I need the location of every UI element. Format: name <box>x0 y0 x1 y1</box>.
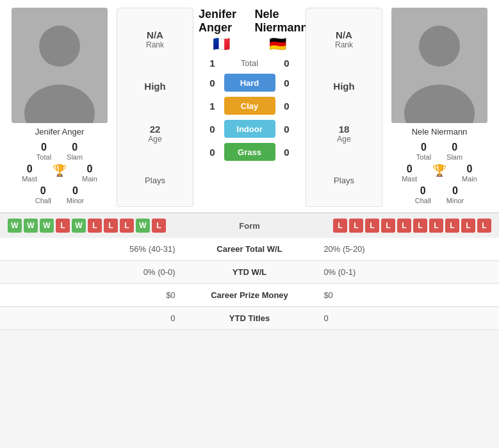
form-badge-l: L <box>413 219 427 233</box>
player1-info-panel: N/A Rank High 22 Age Plays <box>117 8 193 207</box>
player2-mast: 0 Mast <box>402 163 417 183</box>
player1-main: 0 Main <box>82 163 97 183</box>
total-score-row: 1 Total 0 <box>206 58 293 69</box>
top-section: Jenifer Anger 0 Total 0 Slam 0 Mast <box>0 0 499 213</box>
form-badge-l: L <box>429 219 443 233</box>
form-badge-w: W <box>136 219 150 233</box>
stat-p1-value: 56% (40-31) <box>0 238 186 261</box>
player1-rank-block: N/A Rank <box>146 29 164 49</box>
stats-row-1: 0% (0-0) YTD W/L 0% (0-1) <box>0 261 499 284</box>
player2-card: Nele Niermann 0 Total 0 Slam 0 Mast <box>385 8 494 207</box>
p1-name-center: Jenifer Anger 🇫🇷 <box>199 8 245 53</box>
form-badge-l: L <box>333 219 347 233</box>
stat-label: YTD Titles <box>186 307 314 330</box>
player2-info-panel: N/A Rank High 18 Age Plays <box>306 8 382 207</box>
form-badge-l: L <box>152 219 166 233</box>
player1-mast: 0 Mast <box>22 163 37 183</box>
player1-plays: Plays <box>145 175 165 185</box>
player1-form-badges: WWWLWLLLWL <box>8 219 166 233</box>
player2-name-label: Nele Niermann <box>412 127 468 137</box>
player2-rank-block: N/A Rank <box>335 29 353 49</box>
player2-minor: 0 Minor <box>446 185 464 204</box>
player2-trophy: 🏆 <box>432 163 446 183</box>
stat-label: YTD W/L <box>186 261 314 284</box>
hard-badge: Hard <box>224 74 275 92</box>
player1-card: Jenifer Anger 0 Total 0 Slam 0 Mast <box>5 8 114 207</box>
form-badge-l: L <box>120 219 134 233</box>
stat-p2-value: $0 <box>313 284 499 307</box>
stat-p1-value: 0 <box>0 307 186 330</box>
form-badge-w: W <box>24 219 38 233</box>
form-badge-l: L <box>56 219 70 233</box>
form-badge-l: L <box>88 219 102 233</box>
player2-stats: 0 Total 0 Slam 0 Mast 🏆 <box>385 142 494 207</box>
player1-total: 0 Total <box>37 142 51 161</box>
player1-stats: 0 Total 0 Slam 0 Mast 🏆 <box>5 142 114 207</box>
stat-p2-value: 0% (0-1) <box>313 261 499 284</box>
player1-name-label: Jenifer Anger <box>35 127 85 137</box>
indoor-row: 0 Indoor 0 <box>199 120 300 138</box>
form-badge-w: W <box>40 219 54 233</box>
player1-stat-row2: 0 Mast 🏆 0 Main <box>5 163 114 183</box>
form-badge-l: L <box>349 219 363 233</box>
form-badge-l: L <box>365 219 379 233</box>
stats-table: 56% (40-31) Career Total W/L 20% (5-20) … <box>0 238 499 330</box>
svg-point-4 <box>419 26 460 67</box>
player2-avatar <box>391 8 487 123</box>
form-badge-w: W <box>72 219 86 233</box>
player2-main: 0 Main <box>462 163 477 183</box>
player2-slam: 0 Slam <box>446 142 462 161</box>
surface-score-rows: 0 Hard 0 1 Clay 0 0 Indoor 0 0 Grass <box>199 74 300 161</box>
form-badge-l: L <box>104 219 118 233</box>
clay-row: 1 Clay 0 <box>199 97 300 115</box>
stat-label: Career Prize Money <box>186 284 314 307</box>
stat-p2-value: 0 <box>313 307 499 330</box>
stats-row-0: 56% (40-31) Career Total W/L 20% (5-20) <box>0 238 499 261</box>
player1-minor: 0 Minor <box>67 185 85 204</box>
player1-avatar <box>12 8 108 123</box>
svg-point-1 <box>39 26 80 67</box>
player1-high: High <box>144 81 165 92</box>
player1-chall: 0 Chall <box>35 185 51 204</box>
stats-row-3: 0 YTD Titles 0 <box>0 307 499 330</box>
score-panel: Jenifer Anger 🇫🇷 Nele Niermann 🇩🇪 1 Tota… <box>196 8 303 207</box>
player2-chall: 0 Chall <box>415 185 431 204</box>
player-names-row: Jenifer Anger 🇫🇷 Nele Niermann 🇩🇪 <box>199 8 300 53</box>
clay-badge: Clay <box>224 97 275 115</box>
hard-row: 0 Hard 0 <box>199 74 300 92</box>
main-container: Jenifer Anger 0 Total 0 Slam 0 Mast <box>0 0 499 330</box>
form-badge-w: W <box>8 219 22 233</box>
player1-slam: 0 Slam <box>67 142 83 161</box>
form-badge-l: L <box>461 219 475 233</box>
player1-stat-row3: 0 Chall 0 Minor <box>5 185 114 204</box>
player2-stat-row3: 0 Chall 0 Minor <box>385 185 494 204</box>
player2-stat-row2: 0 Mast 🏆 0 Main <box>385 163 494 183</box>
indoor-badge: Indoor <box>224 120 275 138</box>
player2-plays: Plays <box>334 175 354 185</box>
stat-label: Career Total W/L <box>186 238 314 261</box>
player1-trophy: 🏆 <box>53 163 67 183</box>
player2-total: 0 Total <box>416 142 431 161</box>
p2-name-center: Nele Niermann 🇩🇪 <box>254 8 300 53</box>
grass-row: 0 Grass 0 <box>199 143 300 161</box>
form-badge-l: L <box>381 219 395 233</box>
player2-form-badges: LLLLLLLLLL <box>333 219 491 233</box>
stat-p2-value: 20% (5-20) <box>313 238 499 261</box>
stat-p1-value: 0% (0-0) <box>0 261 186 284</box>
player1-age-block: 22 Age <box>148 124 161 144</box>
form-badge-l: L <box>477 219 491 233</box>
stat-p1-value: $0 <box>0 284 186 307</box>
form-section: WWWLWLLLWL Form LLLLLLLLLL <box>0 213 499 238</box>
player2-stat-row1: 0 Total 0 Slam <box>385 142 494 161</box>
player2-age-block: 18 Age <box>337 124 350 144</box>
grass-badge: Grass <box>224 143 275 161</box>
form-label: Form <box>239 221 260 231</box>
player2-high: High <box>333 81 354 92</box>
form-badge-l: L <box>445 219 459 233</box>
player1-stat-row1: 0 Total 0 Slam <box>5 142 114 161</box>
stats-row-2: $0 Career Prize Money $0 <box>0 284 499 307</box>
form-badge-l: L <box>397 219 411 233</box>
